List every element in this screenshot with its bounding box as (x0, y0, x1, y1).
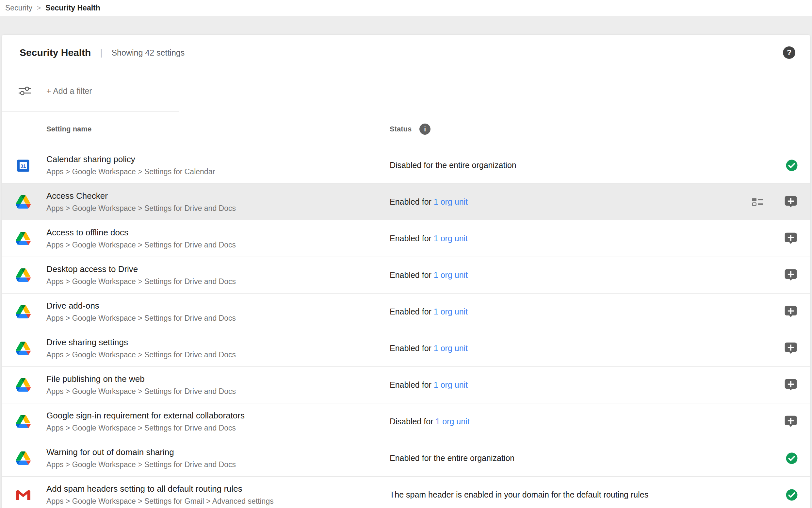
setting-title: Drive sharing settings (46, 337, 390, 347)
setting-path: Apps > Google Workspace > Settings for D… (46, 387, 390, 396)
status-info-icon[interactable]: i (419, 124, 430, 135)
gmail-icon (16, 490, 31, 500)
row-trailing (785, 452, 798, 465)
table-header: Setting name Status i (2, 112, 810, 147)
setting-status: Enabled for 1 org unit (390, 307, 783, 316)
status-text: Disabled for the entire organization (390, 161, 516, 170)
status-ok-icon (785, 489, 798, 501)
setting-path: Apps > Google Workspace > Settings for D… (46, 277, 390, 286)
setting-row[interactable]: Access to offline docs Apps > Google Wor… (2, 220, 810, 257)
setting-row[interactable]: Add spam headers setting to all default … (2, 476, 810, 508)
org-unit-link[interactable]: 1 org unit (434, 270, 468, 280)
org-unit-link[interactable]: 1 org unit (434, 197, 468, 206)
setting-status: Enabled for 1 org unit (390, 270, 783, 280)
recommendation-icon[interactable] (783, 341, 798, 356)
setting-path: Apps > Google Workspace > Settings for D… (46, 350, 390, 359)
recommendation-icon[interactable] (783, 415, 798, 429)
filter-icon[interactable] (18, 86, 31, 96)
status-ok-icon (785, 452, 798, 465)
setting-text: Calendar sharing policy Apps > Google Wo… (46, 154, 390, 176)
setting-title: Drive add-ons (46, 301, 390, 311)
setting-path: Apps > Google Workspace > Settings for D… (46, 424, 390, 432)
setting-row[interactable]: Drive sharing settings Apps > Google Wor… (2, 330, 810, 367)
breadcrumb-separator-icon: > (37, 4, 41, 12)
status-text: Disabled for (390, 417, 433, 426)
setting-status: Enabled for 1 org unit (390, 234, 783, 243)
recommendation-icon[interactable] (783, 268, 798, 283)
org-unit-link[interactable]: 1 org unit (434, 234, 468, 243)
drive-icon (16, 268, 31, 282)
calendar-icon: 31 (16, 158, 31, 173)
setting-path: Apps > Google Workspace > Settings for G… (46, 497, 390, 506)
setting-title: Desktop access to Drive (46, 264, 390, 274)
setting-row[interactable]: 31 Calendar sharing policy Apps > Google… (2, 147, 810, 183)
card-header: Security Health | Showing 42 settings ? (2, 35, 810, 71)
org-unit-link[interactable]: 1 org unit (434, 344, 468, 353)
setting-text: Add spam headers setting to all default … (46, 484, 390, 506)
row-trailing (783, 268, 798, 283)
page-title: Security Health (19, 47, 91, 58)
breadcrumb-security[interactable]: Security (5, 4, 32, 12)
status-text: Enabled for the entire organization (390, 454, 515, 463)
org-unit-link[interactable]: 1 org unit (435, 417, 469, 426)
row-trailing (785, 489, 798, 501)
status-text: Enabled for (390, 380, 431, 389)
status-text: Enabled for (390, 197, 431, 206)
row-trailing (785, 159, 798, 172)
svg-text:31: 31 (20, 163, 26, 169)
drive-icon (16, 378, 31, 392)
setting-text: Desktop access to Drive Apps > Google Wo… (46, 264, 390, 286)
setting-title: Access to offline docs (46, 227, 390, 238)
row-trailing (783, 305, 798, 319)
setting-status: The spam header is enabled in your domai… (390, 490, 785, 500)
status-ok-icon (785, 159, 798, 172)
title-divider: | (100, 48, 102, 58)
setting-text: Google sign-in requirement for external … (46, 411, 390, 432)
help-button[interactable]: ? (783, 46, 795, 59)
setting-path: Apps > Google Workspace > Settings for D… (46, 241, 390, 249)
setting-path: Apps > Google Workspace > Settings for C… (46, 167, 390, 176)
setting-title: Access Checker (46, 191, 390, 201)
row-trailing (752, 195, 798, 209)
status-text: Enabled for (390, 270, 431, 280)
status-text: Enabled for (390, 234, 431, 243)
column-status: Status (390, 125, 412, 133)
filter-bar: + Add a filter (2, 71, 810, 111)
status-text: The spam header is enabled in your domai… (390, 490, 649, 499)
setting-path: Apps > Google Workspace > Settings for D… (46, 204, 390, 213)
settings-count: Showing 42 settings (111, 48, 185, 57)
setting-status: Enabled for 1 org unit (390, 380, 783, 390)
setting-path: Apps > Google Workspace > Settings for D… (46, 314, 390, 323)
setting-row[interactable]: Access Checker Apps > Google Workspace >… (2, 183, 810, 220)
help-icon: ? (783, 46, 795, 59)
recommendation-icon[interactable] (783, 195, 798, 209)
setting-row[interactable]: Warning for out of domain sharing Apps >… (2, 440, 810, 476)
setting-text: File publishing on the web Apps > Google… (46, 374, 390, 396)
setting-title: Warning for out of domain sharing (46, 447, 390, 457)
column-setting-name: Setting name (46, 125, 390, 133)
settings-list: 31 Calendar sharing policy Apps > Google… (2, 147, 810, 508)
breadcrumb-current: Security Health (45, 4, 100, 12)
row-trailing (783, 378, 798, 392)
setting-status: Enabled for 1 org unit (390, 197, 752, 207)
setting-title: Google sign-in requirement for external … (46, 411, 390, 421)
row-trailing (783, 415, 798, 429)
org-unit-link[interactable]: 1 org unit (434, 380, 468, 389)
setting-path: Apps > Google Workspace > Settings for D… (46, 460, 390, 469)
recommendation-icon[interactable] (783, 378, 798, 392)
setting-row[interactable]: Google sign-in requirement for external … (2, 403, 810, 440)
setting-text: Access to offline docs Apps > Google Wor… (46, 227, 390, 249)
drive-icon (16, 232, 31, 245)
org-unit-link[interactable]: 1 org unit (434, 307, 468, 316)
add-filter-button[interactable]: + Add a filter (46, 86, 92, 96)
setting-row[interactable]: Desktop access to Drive Apps > Google Wo… (2, 257, 810, 293)
setting-text: Access Checker Apps > Google Workspace >… (46, 191, 390, 213)
recommendation-icon[interactable] (783, 305, 798, 319)
drive-icon (16, 342, 31, 355)
recommendation-icon[interactable] (783, 231, 798, 246)
setting-status: Disabled for 1 org unit (390, 417, 783, 426)
setting-row[interactable]: File publishing on the web Apps > Google… (2, 367, 810, 403)
setting-row[interactable]: Drive add-ons Apps > Google Workspace > … (2, 293, 810, 330)
setting-text: Drive add-ons Apps > Google Workspace > … (46, 301, 390, 323)
setting-title: Calendar sharing policy (46, 154, 390, 164)
